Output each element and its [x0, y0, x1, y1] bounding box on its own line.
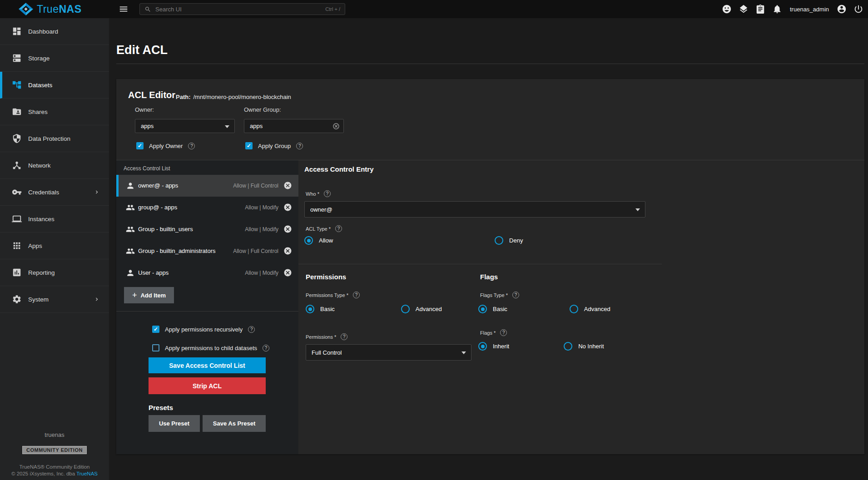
clear-icon[interactable]: [332, 123, 340, 130]
group-icon: [126, 203, 135, 212]
acl-entry-row[interactable]: group@ - apps Allow | Modify: [116, 197, 298, 218]
sidebar-item-system[interactable]: System: [0, 286, 109, 313]
sidebar-item-apps[interactable]: Apps: [0, 233, 109, 259]
radio-allow[interactable]: Allow: [304, 236, 333, 245]
help-icon[interactable]: [500, 329, 507, 336]
power-icon[interactable]: [853, 4, 863, 14]
radio-no-inherit[interactable]: No Inherit: [564, 342, 604, 351]
sidebar-item-shares[interactable]: Shares: [0, 99, 109, 125]
main-content: Edit ACL ACL Editor Path:/mnt/monero-poo…: [109, 18, 868, 480]
delete-entry-button[interactable]: [283, 203, 292, 212]
owner-select[interactable]: apps: [135, 119, 235, 133]
feedback-smiley-icon[interactable]: [722, 4, 732, 14]
chevron-down-icon: [225, 125, 229, 128]
alerts-bell-icon[interactable]: [772, 4, 782, 14]
chevron-right-icon: [94, 189, 100, 195]
acl-editor-card: ACL Editor Path:/mnt/monero-pool/monero-…: [116, 79, 864, 454]
radio-permissions-basic[interactable]: Basic: [306, 305, 335, 313]
help-icon[interactable]: [341, 333, 347, 340]
help-icon[interactable]: [296, 143, 303, 149]
apply-child-datasets-checkbox[interactable]: [152, 344, 159, 351]
sidebar-item-reporting[interactable]: Reporting: [0, 259, 109, 286]
sidebar-item-dashboard[interactable]: Dashboard: [0, 18, 109, 45]
radio-deny[interactable]: Deny: [495, 236, 523, 245]
strip-acl-button[interactable]: Strip ACL: [149, 377, 266, 394]
owner-group-label: Owner Group:: [244, 106, 281, 113]
gear-icon: [12, 294, 22, 304]
flags-label-row: Flags *: [480, 329, 507, 336]
radio-permissions-advanced[interactable]: Advanced: [401, 305, 442, 313]
who-label-row: Who *: [306, 190, 331, 197]
permissions-label-row: Permissions *: [306, 333, 347, 340]
help-icon[interactable]: [353, 292, 360, 298]
radio-flags-advanced[interactable]: Advanced: [570, 305, 610, 313]
delete-entry-button[interactable]: [283, 225, 292, 233]
delete-entry-button[interactable]: [283, 247, 292, 255]
acl-type-radio-group: Allow Deny: [304, 236, 523, 245]
sidebar-item-credentials[interactable]: Credentials: [0, 179, 109, 206]
acl-entry-row[interactable]: Group - builtin_administrators Allow | F…: [116, 240, 298, 262]
search-box[interactable]: Ctrl + /: [139, 3, 345, 15]
folder-shared-icon: [12, 107, 22, 117]
jobs-clipboard-icon[interactable]: [755, 4, 765, 14]
ix-stack-icon[interactable]: [739, 4, 749, 14]
acl-entry-status: Allow | Full Control: [233, 183, 278, 189]
access-control-entry-panel: Access Control Entry Who * owner@ ACL Ty…: [298, 160, 864, 454]
apply-recursively-checkbox[interactable]: [152, 326, 159, 333]
topbar: TrueNAS Ctrl + / truenas_admin: [0, 0, 868, 18]
person-icon: [126, 181, 135, 190]
acl-entry-row[interactable]: Group - builtin_users Allow | Modify: [116, 218, 298, 240]
add-item-button[interactable]: + Add Item: [124, 287, 174, 303]
delete-entry-button[interactable]: [283, 181, 292, 190]
acl-editor-head: ACL Editor Path:/mnt/monero-pool/monero-…: [116, 79, 864, 160]
owner-group-input[interactable]: apps: [244, 119, 344, 133]
flags-radio-group: Inherit No Inherit: [478, 342, 604, 351]
sidebar-item-instances[interactable]: Instances: [0, 206, 109, 233]
radio-inherit[interactable]: Inherit: [478, 342, 509, 351]
acl-entry-row[interactable]: owner@ - apps Allow | Full Control: [116, 175, 298, 197]
use-preset-button[interactable]: Use Preset: [149, 415, 200, 432]
help-icon[interactable]: [263, 345, 269, 351]
sidebar-footer: truenas COMMUNITY EDITION TrueNAS® Commu…: [0, 431, 109, 476]
acl-editor-heading: ACL Editor: [128, 90, 175, 100]
person-icon: [126, 268, 135, 277]
save-as-preset-button[interactable]: Save As Preset: [203, 415, 266, 432]
apply-owner-checkbox[interactable]: [136, 142, 144, 149]
who-select[interactable]: owner@: [304, 201, 645, 218]
account-circle-icon[interactable]: [837, 4, 847, 14]
sidebar-item-network[interactable]: Network: [0, 152, 109, 179]
truenas-logo[interactable]: TrueNAS: [18, 2, 82, 16]
chevron-down-icon: [635, 208, 640, 211]
radio-flags-basic[interactable]: Basic: [478, 305, 507, 313]
search-input[interactable]: [155, 6, 325, 13]
apply-group-checkbox[interactable]: [245, 142, 253, 149]
help-icon[interactable]: [335, 225, 342, 232]
key-icon: [12, 187, 22, 197]
bar-chart-icon: [12, 267, 22, 277]
chevron-right-icon: [94, 296, 100, 302]
menu-hamburger-icon[interactable]: [119, 4, 129, 14]
edition-badge: COMMUNITY EDITION: [22, 446, 87, 454]
flags-type-radio-group: Basic Advanced: [478, 305, 610, 313]
save-acl-button[interactable]: Save Access Control List: [149, 357, 266, 373]
help-icon[interactable]: [248, 326, 255, 333]
ace-heading: Access Control Entry: [304, 165, 374, 173]
sidebar-item-data-protection[interactable]: Data Protection: [0, 125, 109, 152]
apply-group-row: Apply Group: [245, 142, 303, 149]
help-icon[interactable]: [324, 190, 331, 197]
flags-heading: Flags: [480, 273, 498, 281]
sidebar-item-storage[interactable]: Storage: [0, 45, 109, 72]
search-shortcut-hint: Ctrl + /: [325, 6, 340, 12]
apps-grid-icon: [12, 241, 22, 251]
edition-label: TrueNAS® Community Edition: [0, 464, 109, 470]
group-icon: [126, 247, 135, 256]
help-icon[interactable]: [512, 292, 519, 298]
acl-entry-status: Allow | Modify: [245, 270, 278, 276]
acl-entry-row[interactable]: User - apps Allow | Modify: [116, 262, 298, 284]
permissions-select[interactable]: Full Control: [306, 344, 471, 361]
truenas-link[interactable]: TrueNAS: [76, 471, 98, 476]
sidebar-item-datasets[interactable]: Datasets: [0, 72, 109, 99]
help-icon[interactable]: [188, 143, 195, 149]
delete-entry-button[interactable]: [283, 268, 292, 277]
shield-icon: [12, 134, 22, 144]
